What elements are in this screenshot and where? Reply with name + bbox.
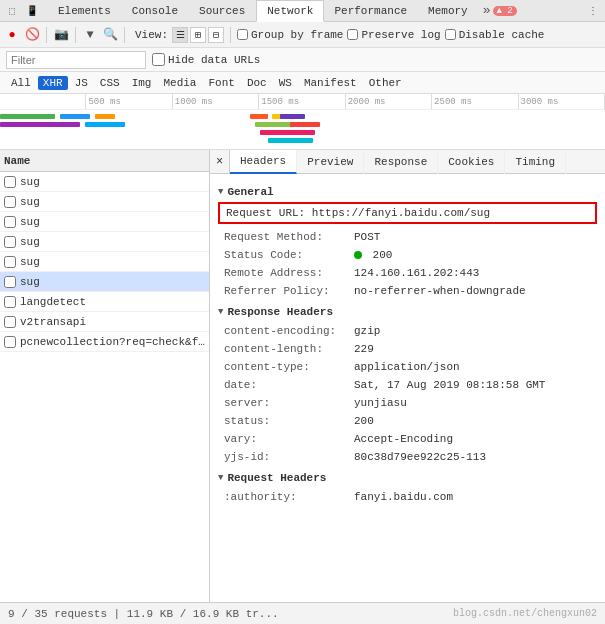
request-headers-section-header[interactable]: Request Headers bbox=[218, 472, 597, 484]
svg-rect-10 bbox=[280, 114, 305, 119]
status-dot-icon bbox=[354, 251, 362, 259]
tab-console[interactable]: Console bbox=[122, 0, 189, 22]
filter-css[interactable]: CSS bbox=[95, 76, 125, 90]
server-value: yunjiasu bbox=[354, 395, 407, 411]
filter-font[interactable]: Font bbox=[203, 76, 239, 90]
request-checkbox-2[interactable] bbox=[4, 196, 16, 208]
detail-yjs-row: yjs-id: 80c38d79ee922c25-113 bbox=[218, 448, 597, 466]
camera-button[interactable]: 📷 bbox=[53, 27, 69, 43]
inspect-icon[interactable]: ⬚ bbox=[4, 3, 20, 19]
hide-data-urls-checkbox[interactable]: Hide data URLs bbox=[152, 53, 260, 66]
filter-all[interactable]: All bbox=[6, 76, 36, 90]
timeline: 500 ms 1000 ms 1500 ms 2000 ms 2500 ms 3… bbox=[0, 94, 605, 150]
group-frame-checkbox[interactable]: Group by frame bbox=[237, 29, 343, 41]
more-tabs-icon[interactable]: » bbox=[483, 3, 491, 18]
yjs-id-label: yjs-id: bbox=[224, 449, 354, 465]
yjs-id-value: 80c38d79ee922c25-113 bbox=[354, 449, 486, 465]
request-method-label: Request Method: bbox=[224, 229, 354, 245]
request-checkbox-9[interactable] bbox=[4, 336, 16, 348]
toolbar-separator-3 bbox=[124, 27, 125, 43]
list-item[interactable]: sug bbox=[0, 172, 209, 192]
detail-encoding-row: content-encoding: gzip bbox=[218, 322, 597, 340]
request-name-8: v2transapi bbox=[20, 316, 86, 328]
list-item[interactable]: sug bbox=[0, 232, 209, 252]
authority-label: :authority: bbox=[224, 489, 354, 505]
grid-view-icon[interactable]: ⊞ bbox=[190, 27, 206, 43]
list-view-icon[interactable]: ☰ bbox=[172, 27, 188, 43]
list-item[interactable]: sug bbox=[0, 212, 209, 232]
devtools-icons: ⬚ 📱 bbox=[4, 3, 40, 19]
vary-value: Accept-Encoding bbox=[354, 431, 453, 447]
filter-xhr[interactable]: XHR bbox=[38, 76, 68, 90]
svg-rect-4 bbox=[85, 122, 125, 127]
request-checkbox-3[interactable] bbox=[4, 216, 16, 228]
filter-media[interactable]: Media bbox=[158, 76, 201, 90]
status-code-label: Status Code: bbox=[224, 247, 354, 263]
list-item[interactable]: sug bbox=[0, 252, 209, 272]
record-button[interactable]: ● bbox=[4, 27, 20, 43]
hide-data-urls-label: Hide data URLs bbox=[168, 54, 260, 66]
search-icon[interactable]: 🔍 bbox=[102, 27, 118, 43]
tab-memory[interactable]: Memory bbox=[418, 0, 479, 22]
filter-icon[interactable]: ▼ bbox=[82, 27, 98, 43]
tab-timing[interactable]: Timing bbox=[505, 150, 566, 174]
filter-input[interactable] bbox=[6, 51, 146, 69]
request-url-label: Request URL: bbox=[226, 207, 305, 219]
tab-network[interactable]: Network bbox=[256, 0, 324, 22]
filter-ws[interactable]: WS bbox=[274, 76, 297, 90]
request-checkbox-6[interactable] bbox=[4, 276, 16, 288]
tick-2: 1000 ms bbox=[173, 94, 259, 109]
remote-address-label: Remote Address: bbox=[224, 265, 354, 281]
menu-icon[interactable]: ⋮ bbox=[585, 3, 601, 19]
disable-cache-checkbox[interactable]: Disable cache bbox=[445, 29, 545, 41]
list-item[interactable]: pcnewcollection?req=check&fa... bbox=[0, 332, 209, 352]
date-label: date: bbox=[224, 377, 354, 393]
filter-other[interactable]: Other bbox=[364, 76, 407, 90]
request-checkbox-5[interactable] bbox=[4, 256, 16, 268]
filter-img[interactable]: Img bbox=[127, 76, 157, 90]
request-checkbox-4[interactable] bbox=[4, 236, 16, 248]
list-item[interactable]: sug bbox=[0, 272, 209, 292]
list-item[interactable]: v2transapi bbox=[0, 312, 209, 332]
svg-rect-3 bbox=[0, 122, 80, 127]
filter-manifest[interactable]: Manifest bbox=[299, 76, 362, 90]
tab-headers[interactable]: Headers bbox=[230, 150, 297, 174]
filter-doc[interactable]: Doc bbox=[242, 76, 272, 90]
request-checkbox-1[interactable] bbox=[4, 176, 16, 188]
tab-cookies[interactable]: Cookies bbox=[438, 150, 505, 174]
disable-cache-label: Disable cache bbox=[459, 29, 545, 41]
tick-6: 3000 ms bbox=[519, 94, 605, 109]
preserve-log-checkbox[interactable]: Preserve log bbox=[347, 29, 440, 41]
tab-sources[interactable]: Sources bbox=[189, 0, 256, 22]
clear-button[interactable]: 🚫 bbox=[24, 27, 40, 43]
tab-performance[interactable]: Performance bbox=[324, 0, 418, 22]
device-icon[interactable]: 📱 bbox=[24, 3, 40, 19]
tick-0 bbox=[0, 94, 86, 109]
alt-view-icon[interactable]: ⊟ bbox=[208, 27, 224, 43]
svg-rect-8 bbox=[260, 130, 315, 135]
alert-badge: ▲ 2 bbox=[493, 6, 517, 16]
svg-rect-11 bbox=[290, 122, 320, 127]
detail-status-row2: status: 200 bbox=[218, 412, 597, 430]
request-checkbox-7[interactable] bbox=[4, 296, 16, 308]
list-item[interactable]: langdetect bbox=[0, 292, 209, 312]
detail-status-row: Status Code: 200 bbox=[218, 246, 597, 264]
general-section-header[interactable]: General bbox=[218, 186, 597, 198]
tab-elements[interactable]: Elements bbox=[48, 0, 122, 22]
remote-address-value: 124.160.161.202:443 bbox=[354, 265, 479, 281]
svg-rect-2 bbox=[95, 114, 115, 119]
tab-preview[interactable]: Preview bbox=[297, 150, 364, 174]
list-item[interactable]: sug bbox=[0, 192, 209, 212]
close-button[interactable]: × bbox=[210, 150, 230, 174]
filter-js[interactable]: JS bbox=[70, 76, 93, 90]
request-checkbox-8[interactable] bbox=[4, 316, 16, 328]
tab-response[interactable]: Response bbox=[364, 150, 438, 174]
request-name-9: pcnewcollection?req=check&fa... bbox=[20, 336, 205, 348]
content-encoding-value: gzip bbox=[354, 323, 380, 339]
content-type-label: content-type: bbox=[224, 359, 354, 375]
status-value: 200 bbox=[354, 413, 374, 429]
detail-authority-row: :authority: fanyi.baidu.com bbox=[218, 488, 597, 506]
response-headers-section-header[interactable]: Response Headers bbox=[218, 306, 597, 318]
referrer-policy-label: Referrer Policy: bbox=[224, 283, 354, 299]
content-length-label: content-length: bbox=[224, 341, 354, 357]
